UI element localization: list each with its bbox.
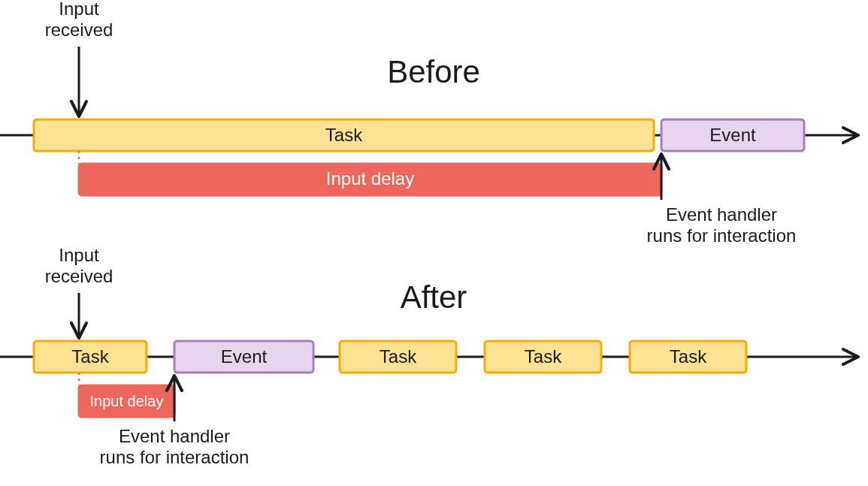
- event-label: Event: [221, 346, 268, 367]
- event-handler-label: Event handlerruns for interaction: [100, 426, 250, 467]
- title-before: Before: [387, 54, 480, 89]
- task-label: Task: [325, 125, 363, 145]
- diagram-root: BeforeTaskEventInputreceivedInput delayE…: [0, 0, 868, 486]
- task-label: Task: [525, 346, 562, 367]
- event-label: Event: [709, 125, 756, 145]
- title-after: After: [401, 279, 467, 315]
- task-label: Task: [71, 346, 109, 367]
- input-received-label: Inputreceived: [45, 0, 113, 40]
- input-delay-label: Input delay: [90, 393, 164, 409]
- event-handler-label: Event handlerruns for interaction: [647, 204, 797, 246]
- task-label: Task: [670, 346, 707, 367]
- task-label: Task: [380, 346, 417, 367]
- input-received-label: Inputreceived: [45, 245, 113, 286]
- input-delay-label: Input delay: [326, 168, 414, 189]
